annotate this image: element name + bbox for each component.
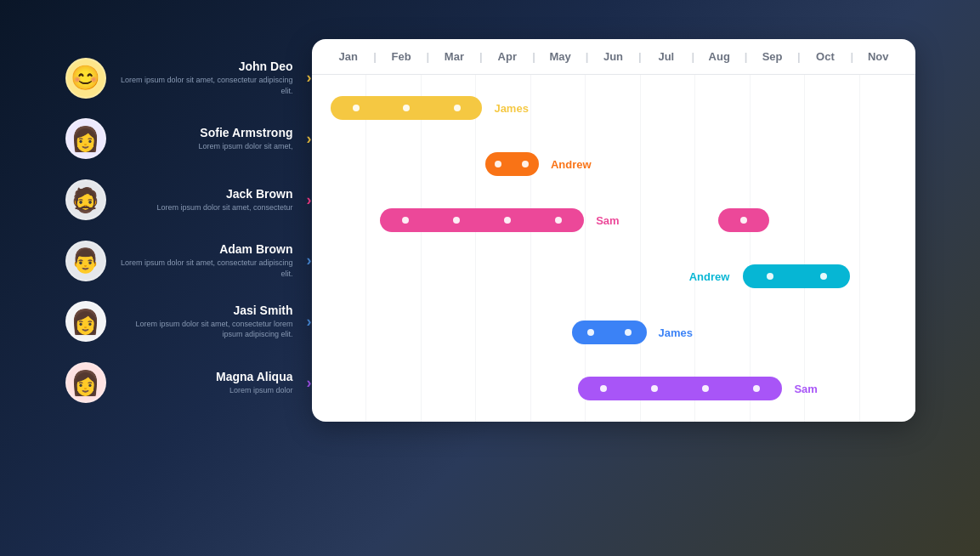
bar-dot [453,217,460,224]
bar-dot [600,385,607,392]
bar-label: Andrew [551,158,592,171]
gantt-panel: JanFebMarAprMayJunJulAugSepOctNov JamesA… [312,39,915,422]
avatar: 🧔 [65,179,106,220]
bar-dot [353,105,360,111]
sidebar: 😊John DeoLorem ipsum dolor sit amet, con… [65,39,312,422]
bar-dot [820,273,827,280]
month-mar: Mar [428,50,480,63]
month-nov: Nov [852,50,904,63]
month-may: May [534,50,586,63]
bar-dot [651,385,658,392]
bar-label: Sam [596,214,619,227]
person-row-sofie-armstrong[interactable]: 👩Sofie ArmstrongLorem ipsum dolor sit am… [65,110,312,167]
person-name: Sofie Armstrong [116,126,293,139]
month-sep: Sep [745,50,798,63]
gantt-bar[interactable] [743,264,850,288]
bar-dot [522,161,529,167]
bar-label: Andrew [689,270,730,283]
bar-dot [753,385,760,392]
person-desc: Lorem ipsum dolor [116,385,293,396]
avatar: 👩 [65,362,106,403]
gantt-row-4: James [322,308,905,357]
avatar: 👨 [65,241,106,281]
bar-wrapper: Andrew [689,264,915,288]
bar-dot [454,105,461,111]
month-apr: Apr [481,50,534,63]
month-jun: Jun [586,50,639,63]
person-desc: Lorem ipsum dolor sit amet, consectetur … [116,258,293,279]
bar-dot [740,217,747,224]
bar-label: Sam [794,383,817,395]
person-name: Jack Brown [116,187,293,201]
main-container: 😊John DeoLorem ipsum dolor sit amet, con… [65,39,915,422]
gantt-row-5: Sam [322,364,905,413]
person-row-adam-brown[interactable]: 👨Adam BrownLorem ipsum dolor sit amet, c… [65,232,312,290]
bar-wrapper: James [572,321,846,344]
person-row-john-deo[interactable]: 😊John DeoLorem ipsum dolor sit amet, con… [65,49,312,107]
gantt-row-2: Sam [322,196,905,245]
month-aug: Aug [693,50,745,63]
bar-wrapper: Andrew [485,152,730,176]
bar-label: James [494,102,528,115]
month-jan: Jan [322,50,375,63]
person-info: John DeoLorem ipsum dolor sit amet, cons… [116,60,293,96]
gantt-row-3: Andrew [322,252,905,301]
person-info: Jack BrownLorem ipsum dolor sit amet, co… [116,187,293,213]
avatar: 👩 [65,301,106,342]
bar-dot [702,385,709,392]
gantt-body: JamesAndrewSamAndrewJamesSam [312,75,915,422]
month-oct: Oct [799,50,852,63]
gantt-bar[interactable] [380,208,584,232]
gantt-bar[interactable] [578,377,782,400]
person-info: Magna AliquaLorem ipsum dolor [116,370,293,396]
person-name: Magna Aliqua [116,370,293,383]
person-desc: Lorem ipsum dolor sit amet, consectetur … [116,319,293,340]
bar-wrapper: Sam [578,377,915,400]
bar-label: James [659,326,693,339]
person-desc: Lorem ipsum dolor sit amet, consectetur [116,202,293,213]
bar-dot [504,217,511,224]
avatar: 😊 [65,58,106,99]
gantt-row-1: Andrew [322,139,905,189]
month-jul: Jul [640,50,693,63]
person-row-magna-aliqua[interactable]: 👩Magna AliquaLorem ipsum dolor› [65,354,312,411]
gantt-bar[interactable] [485,152,539,176]
bar-dot [402,217,409,224]
gantt-bar[interactable] [572,321,646,344]
person-name: John Deo [116,60,293,73]
gantt-row-0: James [322,83,905,133]
bar-dot [555,217,562,224]
gantt-bar[interactable] [331,96,483,120]
bar-wrapper-secondary [718,208,769,232]
person-name: Adam Brown [116,242,293,256]
person-row-jasi-smith[interactable]: 👩Jasi SmithLorem ipsum dolor sit amet, c… [65,292,312,350]
bar-wrapper: James [331,96,692,120]
gantt-header: JanFebMarAprMayJunJulAugSepOctNov [312,39,915,75]
person-desc: Lorem ipsum dolor sit amet, [116,141,293,152]
person-info: Adam BrownLorem ipsum dolor sit amet, co… [116,242,293,279]
person-row-jack-brown[interactable]: 🧔Jack BrownLorem ipsum dolor sit amet, c… [65,171,312,229]
avatar: 👩 [65,118,106,159]
month-feb: Feb [375,50,428,63]
bar-dot [625,329,632,336]
person-info: Jasi SmithLorem ipsum dolor sit amet, co… [116,304,293,340]
bar-dot [495,161,501,167]
gantt-bar-secondary[interactable] [718,208,769,232]
bar-dot [767,273,773,280]
person-name: Jasi Smith [116,304,293,317]
person-info: Sofie ArmstrongLorem ipsum dolor sit ame… [116,126,293,152]
person-desc: Lorem ipsum dolor sit amet, consectetur … [116,75,293,96]
bar-dot [403,105,410,111]
bar-dot [587,329,594,336]
